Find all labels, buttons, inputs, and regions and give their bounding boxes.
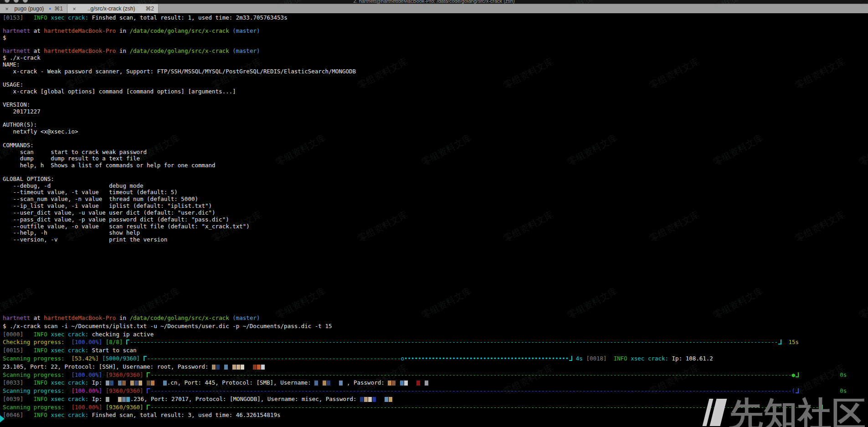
- terminal-screen[interactable]: [0153] INFO xsec crack: Finshed scan, to…: [0, 13, 868, 427]
- text-run: [100.00%]: [72, 387, 103, 394]
- text-run: --debug, -d debug mode: [3, 182, 144, 189]
- terminal-line: x-crack - Weak password scanner, Support…: [3, 68, 356, 75]
- terminal-line: $ ./x-crack scan -i ~/Documents/iplist.t…: [3, 323, 332, 329]
- terminal-line: 23.105, Port: 22, Protocol: [SSH], Usern…: [3, 363, 265, 370]
- terminal-line: NAME:: [3, 61, 20, 68]
- progress-bar-segment: ----------------------------------------…: [150, 404, 819, 411]
- terminal-line: --pass_dict value, -p value password dic…: [3, 216, 229, 223]
- tab-x-crack[interactable]: × ..g/src/x-crack (zsh) ⌘2: [67, 4, 159, 13]
- text-run: Scanning progress:: [3, 371, 64, 378]
- terminal-line: dump dump result to a text file: [3, 155, 140, 162]
- text-run: [9360/9360]: [106, 387, 144, 394]
- text-run: (master): [232, 27, 260, 34]
- tab-label: pugo (pugo): [13, 5, 46, 12]
- text-run: in: [116, 314, 129, 321]
- terminal-line: COMMANDS:: [3, 142, 34, 149]
- tab-close-icon[interactable]: ×: [72, 5, 77, 12]
- text-run: --timeout value, -t value timeout (defau…: [3, 189, 178, 195]
- window-button-zoom[interactable]: [23, 0, 28, 3]
- tab-shortcut: ⌘2: [145, 5, 154, 12]
- text-run: hartnett: [3, 27, 30, 34]
- progress-bracket: [126, 340, 129, 345]
- tab-pugo[interactable]: × pugo (pugo) ● ⌘1: [0, 4, 67, 13]
- text-run: Finshed scan, total result: 1, used time…: [88, 14, 288, 21]
- text-run: 4s: [576, 355, 583, 362]
- terminal-line: [0015] INFO xsec crack: Start to scan: [3, 347, 137, 354]
- text-run: USAGE:: [3, 81, 23, 88]
- terminal-line: netxfly <x@xsec.io>: [3, 128, 78, 135]
- text-run: [100.00%]: [72, 339, 103, 345]
- text-run: [572, 355, 576, 362]
- text-run: [140, 355, 144, 362]
- text-run: AUTHOR(S):: [3, 121, 37, 128]
- text-run: Scanning progress:: [3, 355, 64, 362]
- text-run: [0018]: [586, 355, 606, 362]
- text-run: [64, 387, 71, 394]
- terminal-line: scan start to crack weak password: [3, 149, 147, 155]
- text-run: xsec crack:: [51, 347, 88, 354]
- text-run: [0033]: [3, 379, 23, 386]
- text-run: [100.00%]: [72, 371, 103, 378]
- text-run: hartnettdeMacBook-Pro: [44, 47, 116, 54]
- censored-text: [360, 397, 393, 402]
- censored-text: [106, 397, 130, 402]
- text-run: INFO: [34, 14, 47, 21]
- terminal-line: --scan_num value, -n value thread num (d…: [3, 195, 198, 202]
- window-button-close[interactable]: [5, 0, 10, 3]
- text-run: ●: [791, 371, 795, 378]
- censored-text: [106, 381, 167, 386]
- tab-close-icon[interactable]: ×: [4, 5, 10, 12]
- terminal-line: Scanning progress: [100.00%] [9360/9360]…: [3, 371, 847, 378]
- text-run: [0039]: [3, 396, 23, 402]
- text-run: INFO: [34, 412, 47, 418]
- window-title: 2. hartnett@hartnettdeMacBook-Pro: /data…: [0, 0, 868, 4]
- text-run: [144, 371, 147, 378]
- text-run: Finshed scan, total result: 3, used time…: [88, 412, 280, 418]
- window-controls: [5, 0, 28, 3]
- tab-shortcut: ⌘1: [54, 5, 63, 12]
- progress-bracket: [147, 372, 150, 377]
- text-run: [102, 371, 106, 378]
- text-run: [102, 404, 106, 411]
- text-run: checking ip active: [88, 331, 154, 338]
- text-run: at: [30, 27, 44, 34]
- text-run: x-crack [global options] command [comman…: [3, 88, 236, 95]
- text-run: [23, 379, 34, 386]
- terminal-line: USAGE:: [3, 81, 23, 88]
- text-run: $ ./x-crack scan -i ~/Documents/iplist.t…: [3, 323, 332, 329]
- text-run: xsec crack:: [51, 14, 88, 21]
- text-run: [607, 355, 614, 362]
- terminal-window: 2. hartnett@hartnettdeMacBook-Pro: /data…: [0, 0, 868, 427]
- terminal-line: Scanning progress: [53.42%] [5000/9360] …: [3, 355, 713, 362]
- terminal-line: [0039] INFO xsec crack: Ip: .236, Port: …: [3, 396, 393, 402]
- text-run: scan start to crack weak password: [3, 149, 147, 155]
- text-run: INFO: [34, 347, 47, 354]
- terminal-line: --user_dict value, -u value user dict (d…: [3, 209, 216, 216]
- text-run: xsec crack:: [51, 396, 88, 402]
- text-run: xsec crack:: [631, 355, 668, 362]
- text-run: --outfile value, -o value scan result fi…: [3, 223, 250, 230]
- text-run: COMMANDS:: [3, 142, 34, 149]
- text-run: (master): [232, 314, 260, 321]
- text-run: VERSION:: [3, 101, 30, 108]
- terminal-line: $: [3, 34, 6, 41]
- terminal-line: [0046] INFO xsec crack: Finshed scan, to…: [3, 412, 281, 418]
- window-button-minimize[interactable]: [14, 0, 19, 3]
- censored-text: [388, 381, 429, 386]
- text-run: o: [401, 355, 405, 362]
- progress-bar-segment: ----------------------------------------…: [150, 371, 791, 378]
- progress-bar-segment: ••••••••••••••••••••••••••••••••••••••••…: [404, 355, 569, 362]
- progress-bracket: [147, 388, 150, 393]
- censored-text: [314, 381, 343, 386]
- text-run: , Password:: [343, 379, 388, 386]
- progress-bar-segment: ----------------------------------------…: [147, 355, 401, 362]
- text-run: [23, 396, 34, 402]
- text-run: INFO: [34, 379, 47, 386]
- text-run: [53.42%]: [72, 355, 99, 362]
- activity-dot-icon: ●: [49, 6, 51, 11]
- text-run: 15s: [788, 339, 799, 345]
- text-run: [0153]: [3, 14, 23, 21]
- terminal-line: AUTHOR(S):: [3, 121, 37, 128]
- text-run: --ip_list value, -i value iplist (defaul…: [3, 202, 212, 209]
- text-run: GLOBAL OPTIONS:: [3, 175, 54, 182]
